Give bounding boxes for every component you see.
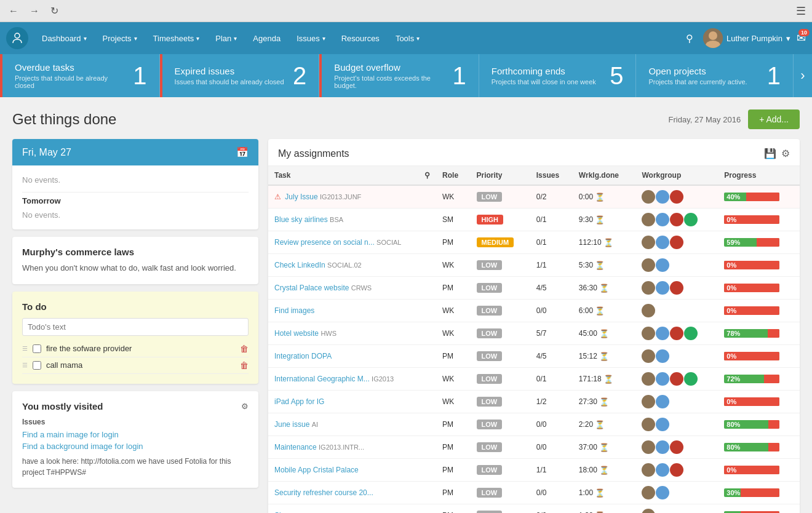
settings-icon[interactable]: ⚙ xyxy=(781,148,790,159)
timer-icon[interactable]: ⏳ xyxy=(595,215,605,225)
progress-bar: 0% xyxy=(724,284,779,292)
progress-bar: 0% xyxy=(724,352,779,360)
task-link[interactable]: July Issue xyxy=(285,193,317,201)
nav-dashboard[interactable]: Dashboard ▾ xyxy=(34,29,94,48)
priority-cell: LOW xyxy=(471,185,530,209)
avatar xyxy=(642,327,655,340)
timer-icon[interactable]: ⏳ xyxy=(599,397,609,407)
browser-menu-button[interactable]: ☰ xyxy=(796,4,806,18)
avatar xyxy=(642,463,655,477)
issues-cell: 0/0 xyxy=(530,482,573,504)
task-link[interactable]: Find images xyxy=(274,306,314,315)
search-icon[interactable]: ⚲ xyxy=(682,29,697,48)
time-value: 18:00 xyxy=(579,466,597,474)
task-code: SOCIAL.02 xyxy=(327,261,362,269)
progress-label: 0% xyxy=(726,397,736,406)
priority-cell: LOW xyxy=(471,300,530,322)
alert-open[interactable]: Open projects Projects that are currentl… xyxy=(636,54,794,97)
nav-user[interactable]: Luther Pumpkin ▾ xyxy=(703,28,790,48)
issues-cell: 4/5 xyxy=(530,345,573,368)
priority-cell: LOW xyxy=(471,254,530,277)
drag-handle[interactable]: ☰ xyxy=(22,345,28,352)
visited-link-1[interactable]: Find a background image for login xyxy=(22,442,249,451)
task-link[interactable]: Maintenance xyxy=(274,443,317,451)
task-link[interactable]: Crystal Palace website xyxy=(274,284,349,292)
visited-link-0[interactable]: Find a main image for login xyxy=(22,430,249,439)
timer-icon[interactable]: ⏳ xyxy=(599,284,609,293)
task-link[interactable]: International Geographic M... xyxy=(274,375,370,383)
todo-delete-1[interactable]: 🗑 xyxy=(240,360,249,370)
nav-resources[interactable]: Resources xyxy=(334,29,387,48)
timer-icon[interactable]: ⏳ xyxy=(595,420,605,429)
todo-checkbox-0[interactable] xyxy=(33,344,41,353)
role-cell: WK xyxy=(436,300,470,322)
task-link[interactable]: Security refresher course 20... xyxy=(274,488,373,497)
priority-badge: LOW xyxy=(477,511,503,513)
timer-icon[interactable]: ⏳ xyxy=(599,466,609,475)
time-value: 37:00 xyxy=(579,443,597,451)
drag-handle[interactable]: ☰ xyxy=(22,362,28,368)
task-link[interactable]: Blue sky airlines xyxy=(274,215,328,224)
progress-label: 40% xyxy=(726,193,740,201)
task-link[interactable]: Mobile App Cristal Palace xyxy=(274,466,359,474)
task-link[interactable]: iPad App for IG xyxy=(274,397,324,406)
nav-timesheets[interactable]: Timesheets ▾ xyxy=(146,29,207,48)
avatar xyxy=(670,213,683,226)
nav-tools[interactable]: Tools ▾ xyxy=(388,29,427,48)
issues-cell: 5/7 xyxy=(530,322,573,345)
timer-icon[interactable]: ⏳ xyxy=(595,261,605,270)
timer-icon[interactable]: ⏳ xyxy=(595,306,605,316)
alert-overdue[interactable]: Overdue tasks Projects that should be al… xyxy=(0,54,160,97)
add-button[interactable]: + Add... xyxy=(748,109,800,129)
visited-gear-icon[interactable]: ⚙ xyxy=(241,402,249,411)
avatar xyxy=(642,418,655,431)
timer-icon[interactable]: ⏳ xyxy=(595,488,605,498)
workgroup-cell xyxy=(635,300,718,322)
alert-forthcoming[interactable]: Forthcoming ends Projects that will clos… xyxy=(479,54,637,97)
task-link[interactable]: June issue xyxy=(274,420,309,429)
timer-icon[interactable]: ⏳ xyxy=(595,193,605,202)
timer-icon[interactable]: ⏳ xyxy=(595,511,605,514)
progress-bar-wrap: 0% xyxy=(724,261,794,269)
search-icon[interactable]: ⚲ xyxy=(424,171,430,180)
timer-icon[interactable]: ⏳ xyxy=(603,375,613,384)
table-row: Sigaro PM LOW 0/0 1:30 ⏳ 30% xyxy=(268,504,800,514)
briefcase-icon[interactable]: 💾 xyxy=(764,148,776,159)
task-link[interactable]: Review presence on social n... xyxy=(274,238,375,247)
alert-open-title: Open projects xyxy=(648,66,760,76)
nav-issues[interactable]: Issues ▾ xyxy=(289,29,333,48)
nav-agenda[interactable]: Agenda xyxy=(245,29,288,48)
timer-icon[interactable]: ⏳ xyxy=(603,238,613,247)
forward-button[interactable]: → xyxy=(27,3,42,19)
alert-budget-subtitle: Project's total costs exceeds the budget… xyxy=(334,74,446,89)
two-col-layout: Fri, May 27 📅 No events. Tomorrow No eve… xyxy=(12,139,800,513)
timer-icon[interactable]: ⏳ xyxy=(599,352,609,361)
nav-plan[interactable]: Plan ▾ xyxy=(208,29,244,48)
notification-count: 10 xyxy=(798,29,810,36)
todo-input[interactable] xyxy=(22,318,249,336)
back-button[interactable]: ← xyxy=(6,3,21,19)
calendar-icon[interactable]: 📅 xyxy=(236,146,249,158)
alert-next-button[interactable]: › xyxy=(794,54,812,97)
alert-budget[interactable]: Budget overflow Project's total costs ex… xyxy=(319,54,479,97)
avatar xyxy=(642,509,655,513)
task-link[interactable]: Integration DOPA xyxy=(274,352,332,360)
timer-icon[interactable]: ⏳ xyxy=(599,329,609,338)
table-row: Crystal Palace website CRWS PM LOW 4/5 3… xyxy=(268,277,800,300)
todo-label-1: call mama xyxy=(46,360,235,370)
progress-bar: 59% xyxy=(724,238,779,247)
timer-icon[interactable]: ⏳ xyxy=(599,443,609,452)
progress-bar: 0% xyxy=(724,261,779,269)
reload-button[interactable]: ↻ xyxy=(48,2,61,19)
priority-cell: LOW xyxy=(471,413,530,436)
table-row: June issue AI PM LOW 0/0 2:20 ⏳ 80% xyxy=(268,413,800,436)
task-link[interactable]: Hotel website xyxy=(274,329,319,338)
alert-expired[interactable]: Expired issues Issues that should be alr… xyxy=(160,54,320,97)
todo-delete-0[interactable]: 🗑 xyxy=(240,344,249,354)
notification-bell[interactable]: ✉ 10 xyxy=(797,31,806,45)
task-link[interactable]: Check LinkedIn xyxy=(274,261,325,269)
priority-badge: LOW xyxy=(477,260,503,270)
nav-projects[interactable]: Projects ▾ xyxy=(95,29,145,48)
alert-icon: ⚠ xyxy=(274,193,281,201)
todo-checkbox-1[interactable] xyxy=(33,361,41,370)
